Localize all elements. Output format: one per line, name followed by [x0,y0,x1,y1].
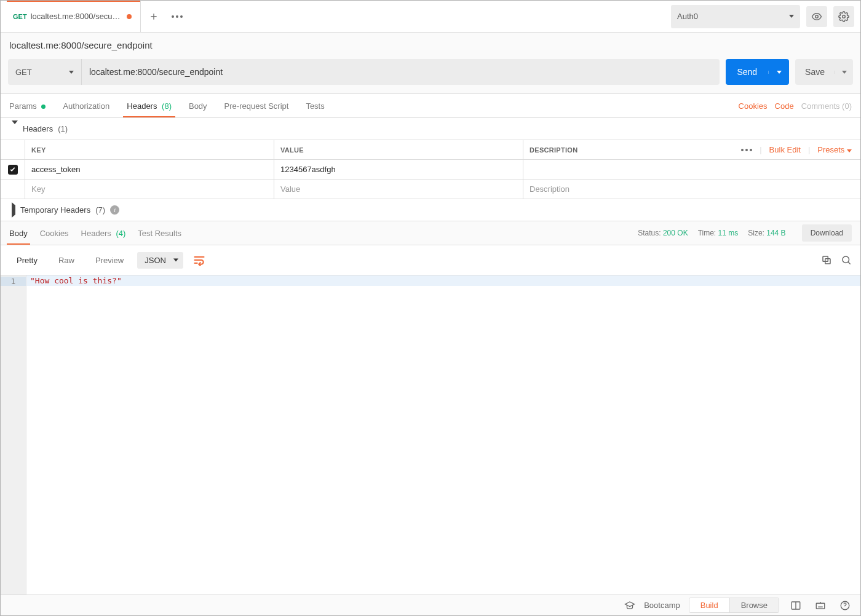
headers-table: KEY VALUE DESCRIPTION | Bulk Edit | Pres… [1,140,860,199]
chevron-down-icon [173,259,178,262]
http-method-select[interactable]: GET [8,59,82,85]
chevron-right-icon [12,202,15,218]
presets-link[interactable]: Presets [817,145,852,154]
keyboard-icon [814,600,827,611]
send-dropdown-button[interactable] [768,71,789,74]
tab-method-badge: GET [13,13,27,20]
resp-tab-tests[interactable]: Test Results [138,223,181,244]
help-button[interactable] [837,599,853,612]
tab-params[interactable]: Params [9,95,46,117]
col-key: KEY [25,140,274,159]
chevron-down-icon [789,15,794,18]
size-label: Size: [748,229,764,237]
col-description: DESCRIPTION [530,146,577,154]
header-row-new[interactable]: Key Value Description [1,180,860,199]
status-label: Status: [638,229,661,237]
tab-tests[interactable]: Tests [306,95,324,117]
wrap-lines-button[interactable] [189,251,209,269]
graduation-cap-icon [624,600,635,611]
resp-tab-headers-count: (4) [116,229,125,238]
header-key-cell[interactable]: access_token [25,160,274,179]
response-line: "How cool is this?" [30,276,122,285]
resp-tab-headers[interactable]: Headers (4) [81,223,126,244]
environment-select[interactable]: Auth0 [671,5,800,28]
header-value-cell[interactable]: 1234567asdfgh [274,160,523,179]
request-url-input[interactable] [82,59,720,85]
keyboard-shortcuts-button[interactable] [812,599,828,612]
col-value: VALUE [274,140,523,159]
tab-more-button[interactable] [167,6,188,27]
unsaved-dot-icon [127,14,132,19]
header-row[interactable]: access_token 1234567asdfgh [1,160,860,180]
tab-body[interactable]: Body [189,95,207,117]
resp-tab-headers-label: Headers [81,229,111,238]
bulk-edit-link[interactable]: Bulk Edit [769,145,801,154]
chevron-down-icon [12,120,18,133]
svg-point-0 [815,15,819,18]
status-value: 200 OK [663,229,688,237]
dots-icon [172,15,183,18]
resp-tab-body[interactable]: Body [9,223,28,244]
headers-section-count: (1) [58,124,68,133]
headers-section-toggle[interactable]: Headers (1) [1,118,860,140]
view-raw[interactable]: Raw [51,252,82,269]
gear-icon [838,11,849,22]
link-code[interactable]: Code [775,101,794,111]
resp-tab-cookies[interactable]: Cookies [40,223,69,244]
tab-headers-label: Headers [127,101,157,111]
new-tab-button[interactable] [143,6,164,27]
tab-headers[interactable]: Headers (8) [127,95,172,117]
format-label: JSON [145,256,166,265]
chevron-down-icon [69,71,74,74]
svg-point-4 [843,256,849,263]
chevron-down-icon [777,71,782,74]
tab-title: localtest.me:8000/secure_endpo [31,12,123,21]
time-value: 11 ms [718,229,739,237]
download-button[interactable]: Download [802,224,852,242]
size-value: 144 B [766,229,785,237]
chevron-down-icon [842,71,847,74]
copy-icon[interactable] [821,255,832,266]
view-preview[interactable]: Preview [88,252,131,269]
request-tab[interactable]: GET localtest.me:8000/secure_endpo [7,1,141,32]
chevron-down-icon [847,149,852,152]
tab-prerequest[interactable]: Pre-request Script [224,95,289,117]
temp-headers-section-toggle[interactable]: Temporary Headers (7) i [1,199,860,221]
svg-point-1 [843,15,846,18]
header-desc-cell[interactable] [523,160,860,179]
params-active-dot-icon [41,105,46,109]
response-body: 1 "How cool is this?" [1,275,860,594]
row-checkbox[interactable] [8,165,18,175]
mode-build[interactable]: Build [689,598,729,612]
settings-button[interactable] [833,6,854,27]
line-number: 1 [1,277,26,286]
temp-headers-label: Temporary Headers [20,205,90,215]
two-pane-icon [790,600,802,611]
bootcamp-link[interactable]: Bootcamp [644,601,680,610]
view-pretty[interactable]: Pretty [9,252,45,269]
headers-section-label: Headers [23,124,53,133]
mode-segment: Build Browse [689,598,779,613]
request-name-title[interactable]: localtest.me:8000/secure_endpoint [1,33,860,57]
eye-icon [811,11,822,22]
format-select[interactable]: JSON [137,252,183,269]
columns-options-button[interactable] [741,149,752,151]
header-value-placeholder[interactable]: Value [274,180,523,199]
time-label: Time: [698,229,716,237]
send-button-label: Send [726,67,768,77]
header-key-placeholder[interactable]: Key [25,180,274,199]
link-comments[interactable]: Comments (0) [801,101,852,111]
mode-browse[interactable]: Browse [729,598,779,612]
tab-headers-count: (8) [162,101,172,111]
send-button[interactable]: Send [726,59,789,85]
search-icon[interactable] [841,255,852,266]
two-pane-button[interactable] [788,599,804,612]
link-cookies[interactable]: Cookies [739,101,768,111]
info-icon[interactable]: i [110,205,119,215]
tab-authorization[interactable]: Authorization [63,95,109,117]
environment-quicklook-button[interactable] [806,6,827,27]
wrap-icon [193,254,205,266]
save-button[interactable]: Save [795,59,853,85]
save-dropdown-button[interactable] [835,71,853,74]
header-desc-placeholder[interactable]: Description [523,180,860,199]
